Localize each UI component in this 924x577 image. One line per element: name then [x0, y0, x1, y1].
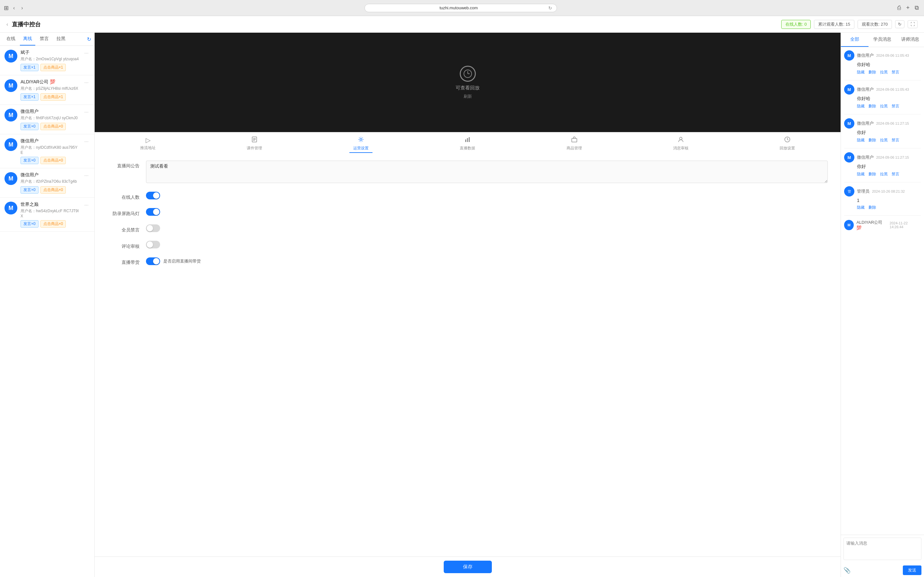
- user-info: 斌子 用户名：2rnOsw1CpVgI ytzuqoa4 发言×1 点击商品×1: [21, 50, 80, 71]
- mute-action[interactable]: 禁言: [892, 137, 899, 143]
- marquee-toggle-area: [146, 208, 828, 217]
- user-more-btn[interactable]: ···: [83, 172, 90, 179]
- sidebar-refresh-btn[interactable]: ↻: [87, 36, 91, 42]
- user-name: 世界之巅: [21, 201, 80, 207]
- goods-tag[interactable]: 点击商品×0: [40, 220, 66, 227]
- speech-tag[interactable]: 发言×0: [21, 157, 39, 164]
- video-area: 可查看回放 刷新: [95, 33, 841, 132]
- announcement-textarea[interactable]: [146, 161, 828, 183]
- nav-back-btn[interactable]: ‹: [11, 4, 17, 12]
- user-id: 用户名：fih6FcbX7zxjU syCkmJ0: [21, 115, 80, 121]
- chat-message-header: M 微信用户 2024-09-06 11:27:15: [844, 152, 921, 163]
- hide-action[interactable]: 隐藏: [857, 69, 865, 75]
- nav-ops[interactable]: 运营设置: [349, 135, 373, 153]
- avatar: M: [844, 84, 855, 95]
- chat-actions: 隐藏 删除 拉黑 禁言: [844, 171, 921, 177]
- hide-action[interactable]: 隐藏: [857, 205, 865, 210]
- chat-text: 你好哈: [844, 96, 921, 102]
- delete-action[interactable]: 删除: [869, 171, 876, 177]
- hide-action[interactable]: 隐藏: [857, 171, 865, 177]
- header-refresh-btn[interactable]: ↻: [895, 20, 905, 28]
- nav-review[interactable]: 消息审核: [669, 135, 692, 153]
- list-item: M 微信用户 用户名：fih6FcbX7zxjU syCkmJ0 发言×0 点击…: [0, 105, 94, 134]
- tab-offline[interactable]: 离线: [20, 33, 35, 45]
- delete-action[interactable]: 删除: [869, 137, 876, 143]
- avatar: M: [844, 50, 855, 61]
- mute-action[interactable]: 禁言: [892, 171, 899, 177]
- speech-tag[interactable]: 发言×0: [21, 123, 39, 130]
- user-more-btn[interactable]: ···: [83, 50, 90, 57]
- delete-action[interactable]: 删除: [869, 69, 876, 75]
- save-btn-bar: 保存: [95, 556, 841, 577]
- save-button[interactable]: 保存: [444, 561, 492, 573]
- fullscreen-btn[interactable]: ⛶: [908, 20, 918, 28]
- goods-tag[interactable]: 点击商品×1: [40, 64, 66, 71]
- goods-tag[interactable]: 点击商品×0: [40, 123, 66, 130]
- user-more-btn[interactable]: ···: [83, 138, 90, 145]
- speech-tag[interactable]: 发言×0: [21, 186, 39, 193]
- list-item: M 微信用户 用户名：nyIDCdfXvK80 aus795YE 发言×0 点击…: [0, 134, 94, 168]
- page-header: ‹ 直播中控台 在线人数: 0 累计观看人数: 15 观看次数: 270 ↻ ⛶: [0, 16, 924, 33]
- new-tab-btn[interactable]: +: [905, 3, 911, 13]
- user-info: 世界之巅 用户名：hwS4zDxykLcF RC7JT9IX 发言×0 点击商品…: [21, 201, 80, 227]
- chat-time: 2024-09-06 11:27:15: [876, 155, 909, 159]
- nav-push[interactable]: ▷ 推流地址: [136, 135, 160, 153]
- hide-action[interactable]: 隐藏: [857, 103, 865, 109]
- speech-tag[interactable]: 发言×1: [21, 64, 39, 71]
- user-sidebar: 在线 离线 禁言 拉黑 ↻ M 斌子 用户名：2rnOsw1CpVgI ytzu…: [0, 33, 95, 577]
- sidebar-toggle-btn[interactable]: ⊞: [4, 5, 9, 11]
- blacklist-action[interactable]: 拉黑: [880, 137, 888, 143]
- goods-toggle[interactable]: [146, 258, 160, 265]
- blacklist-action[interactable]: 拉黑: [880, 103, 888, 109]
- nav-playback[interactable]: 回放设置: [776, 135, 799, 153]
- goods-tag[interactable]: 点击商品×1: [40, 93, 66, 101]
- hide-action[interactable]: 隐藏: [857, 137, 865, 143]
- goods-tag[interactable]: 点击商品×0: [40, 186, 66, 193]
- goods-tag[interactable]: 点击商品×0: [40, 157, 66, 164]
- speech-tag[interactable]: 发言×0: [21, 220, 39, 227]
- nav-course[interactable]: 课件管理: [243, 135, 266, 153]
- user-more-btn[interactable]: ···: [83, 79, 90, 86]
- mute-action[interactable]: 禁言: [892, 103, 899, 109]
- blacklist-action[interactable]: 拉黑: [880, 69, 888, 75]
- tab-student[interactable]: 学员消息: [869, 33, 896, 47]
- chat-input[interactable]: [843, 538, 921, 560]
- chat-message: M ALDIYAR公司 💯 2024-11-22 14:26:44: [844, 219, 921, 230]
- online-count-toggle[interactable]: [146, 192, 160, 199]
- settings-row-mute-all: 全员禁言: [107, 224, 828, 233]
- user-id: 用户名：pSZ9jALYH8si mlfUxz6X: [21, 86, 80, 91]
- delete-action[interactable]: 删除: [869, 103, 876, 109]
- user-id: 用户名：if2rPZlna7O6u 83cTg4b: [21, 179, 80, 184]
- video-refresh-text[interactable]: 刷新: [464, 93, 472, 99]
- chat-username: 管理员: [857, 189, 869, 194]
- push-icon: ▷: [145, 136, 150, 144]
- chat-file-btn[interactable]: 📎: [843, 567, 851, 574]
- tab-online[interactable]: 在线: [3, 33, 19, 45]
- nav-goods[interactable]: 商品管理: [563, 135, 586, 153]
- user-id: 用户名：2rnOsw1CpVgI ytzuqoa4: [21, 56, 80, 62]
- marquee-toggle[interactable]: [146, 208, 160, 216]
- mute-action[interactable]: 禁言: [892, 69, 899, 75]
- speech-tag[interactable]: 发言×1: [21, 93, 39, 101]
- reload-icon[interactable]: ↻: [548, 5, 552, 11]
- tab-muted[interactable]: 禁言: [37, 33, 52, 45]
- tab-all[interactable]: 全部: [841, 33, 869, 47]
- user-more-btn[interactable]: ···: [83, 109, 90, 116]
- page-back-btn[interactable]: ‹: [6, 21, 8, 27]
- svg-point-12: [680, 137, 682, 140]
- tabs-btn[interactable]: ⧉: [913, 3, 920, 13]
- mute-all-toggle[interactable]: [146, 224, 160, 232]
- delete-action[interactable]: 删除: [869, 205, 876, 210]
- chat-time: 2024-10-26 08:21:32: [872, 189, 905, 193]
- comment-review-toggle[interactable]: [146, 241, 160, 248]
- user-tags: 发言×0 点击商品×0: [21, 123, 80, 130]
- chat-send-btn[interactable]: 发送: [903, 566, 921, 575]
- nav-data[interactable]: 直播数据: [456, 135, 479, 153]
- tab-teacher[interactable]: 讲师消息: [897, 33, 924, 47]
- user-more-btn[interactable]: ···: [83, 201, 90, 209]
- blacklist-action[interactable]: 拉黑: [880, 171, 888, 177]
- tab-blacklist[interactable]: 拉黑: [53, 33, 69, 45]
- nav-forward-btn[interactable]: ›: [19, 4, 25, 12]
- list-item: M 世界之巅 用户名：hwS4zDxykLcF RC7JT9IX 发言×0 点击…: [0, 198, 94, 232]
- share-btn[interactable]: ⎙: [896, 3, 902, 13]
